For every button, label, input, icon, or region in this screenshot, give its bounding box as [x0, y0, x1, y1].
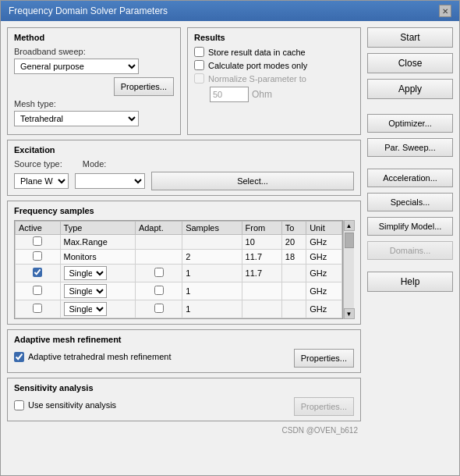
row-active-checkbox[interactable]: [33, 286, 42, 295]
table-scrollbar[interactable]: ▲ ▼: [343, 220, 354, 319]
row-from: 11.7: [242, 265, 281, 282]
acceleration-button[interactable]: Acceleration...: [367, 169, 453, 187]
mode-label: Mode:: [83, 159, 107, 169]
domains-button[interactable]: Domains...: [367, 241, 453, 260]
row-from: [242, 282, 281, 300]
sensitivity-label: Use sensitivity analysis: [28, 400, 116, 410]
adaptive-checkbox-row: Adaptive tetrahedral mesh refinement: [14, 352, 171, 362]
right-panel: Start Close Apply Optimizer... Par. Swee…: [367, 27, 453, 469]
row-type: Single: [60, 300, 135, 318]
row-type-select[interactable]: Single: [64, 302, 107, 316]
mode-select[interactable]: [75, 173, 145, 189]
apply-button[interactable]: Apply: [367, 79, 453, 99]
help-button[interactable]: Help: [367, 272, 453, 292]
row-active-checkbox[interactable]: [33, 268, 42, 277]
mesh-label: Mesh type:: [14, 99, 174, 108]
par-sweep-button[interactable]: Par. Sweep...: [367, 138, 453, 157]
row-type-select[interactable]: Single: [64, 266, 107, 280]
row-from: 11.7: [242, 250, 281, 265]
col-to: To: [281, 222, 306, 235]
port-modes-label: Calculate port modes only: [208, 61, 307, 70]
scroll-up-arrow[interactable]: ▲: [344, 220, 355, 231]
simplify-button[interactable]: Simplify Model...: [367, 217, 453, 236]
source-type-select[interactable]: Plane Wave: [14, 173, 69, 189]
row-samples: 2: [182, 250, 242, 265]
adaptive-label: Adaptive tetrahedral mesh refinement: [28, 352, 171, 361]
sensitivity-properties-button[interactable]: Properties...: [294, 397, 354, 416]
col-active: Active: [16, 222, 61, 235]
left-panel: Method Broadband sweep: General purpose …: [7, 27, 361, 469]
row-unit: GHz: [306, 250, 342, 265]
adaptive-checkbox[interactable]: [14, 352, 24, 362]
row-from: [242, 300, 281, 318]
row-to: [281, 300, 306, 318]
row-samples: 1: [182, 300, 242, 318]
mesh-select[interactable]: Tetrahedral: [14, 111, 139, 126]
title-bar: Frequency Domain Solver Parameters ✕: [1, 1, 459, 21]
row-adapt: [135, 282, 182, 300]
optimizer-button[interactable]: Optimizer...: [367, 114, 453, 133]
row-to: [281, 265, 306, 282]
results-section: Results Store result data in cache Calcu…: [187, 27, 361, 135]
port-modes-checkbox[interactable]: [194, 60, 204, 70]
broadband-select[interactable]: General purpose: [14, 59, 139, 74]
sensitivity-checkbox[interactable]: [14, 400, 24, 410]
frequency-section: Frequency samples Active Type Adapt. Sam…: [7, 201, 361, 325]
row-unit: GHz: [306, 282, 342, 300]
row-type: Max.Range: [60, 235, 135, 250]
port-modes-row: Calculate port modes only: [194, 60, 354, 70]
method-properties-button[interactable]: Properties...: [114, 77, 174, 96]
close-button[interactable]: ✕: [439, 5, 451, 17]
adaptive-title: Adaptive mesh refinement: [14, 335, 354, 344]
dialog-body: Method Broadband sweep: General purpose …: [1, 21, 459, 475]
row-adapt: [135, 235, 182, 250]
row-type: Single: [60, 282, 135, 300]
table-row: Single1GHz: [16, 282, 342, 300]
excitation-controls: Plane Wave Select...: [14, 172, 354, 190]
broadband-row: General purpose: [14, 59, 174, 74]
mesh-row: Tetrahedral: [14, 111, 174, 126]
row-type-select[interactable]: Single: [64, 284, 107, 298]
row-adapt-checkbox[interactable]: [154, 304, 164, 313]
row-samples: 1: [182, 282, 242, 300]
adaptive-properties-button[interactable]: Properties...: [294, 349, 354, 368]
sensitivity-checkbox-row: Use sensitivity analysis: [14, 400, 116, 410]
sensitivity-title: Sensitivity analysis: [14, 383, 354, 393]
adaptive-row: Adaptive tetrahedral mesh refinement Pro…: [14, 349, 354, 368]
scroll-down-arrow[interactable]: ▼: [344, 308, 355, 319]
start-button[interactable]: Start: [367, 27, 453, 48]
store-cache-label: Store result data in cache: [208, 48, 306, 57]
scroll-thumb[interactable]: [345, 233, 354, 248]
row-unit: GHz: [306, 265, 342, 282]
row-active-checkbox[interactable]: [33, 236, 42, 246]
dialog-title: Frequency Domain Solver Parameters: [9, 5, 168, 16]
row-adapt: [135, 300, 182, 318]
row-adapt-checkbox[interactable]: [154, 268, 164, 277]
table-row: Max.Range1020GHz: [16, 235, 342, 250]
broadband-label: Broadband sweep:: [14, 47, 174, 56]
row-unit: GHz: [306, 235, 342, 250]
ohm-row: Ohm: [210, 87, 354, 102]
normalize-checkbox: [194, 73, 204, 83]
source-mode-labels: Source type: Mode:: [14, 159, 354, 169]
frequency-title: Frequency samples: [14, 206, 354, 215]
row-to: [281, 282, 306, 300]
row-type: Single: [60, 265, 135, 282]
specials-button[interactable]: Specials...: [367, 193, 453, 211]
frequency-table-wrapper: Active Type Adapt. Samples From To Unit: [14, 220, 354, 319]
row-adapt: [135, 250, 182, 265]
select-button[interactable]: Select...: [151, 172, 354, 190]
row-to: 20: [281, 235, 306, 250]
row-adapt-checkbox[interactable]: [154, 286, 164, 295]
close-dialog-button[interactable]: Close: [367, 53, 453, 73]
properties-row: Properties...: [14, 77, 174, 96]
row-active-checkbox[interactable]: [33, 304, 42, 313]
top-row: Method Broadband sweep: General purpose …: [7, 27, 361, 135]
col-from: From: [242, 222, 281, 235]
row-active-checkbox[interactable]: [33, 251, 42, 261]
method-section: Method Broadband sweep: General purpose …: [7, 27, 181, 135]
col-adapt: Adapt.: [135, 222, 182, 235]
adaptive-section: Adaptive mesh refinement Adaptive tetrah…: [7, 329, 361, 373]
dialog: Frequency Domain Solver Parameters ✕ Met…: [0, 0, 460, 476]
store-cache-checkbox[interactable]: [194, 47, 204, 57]
